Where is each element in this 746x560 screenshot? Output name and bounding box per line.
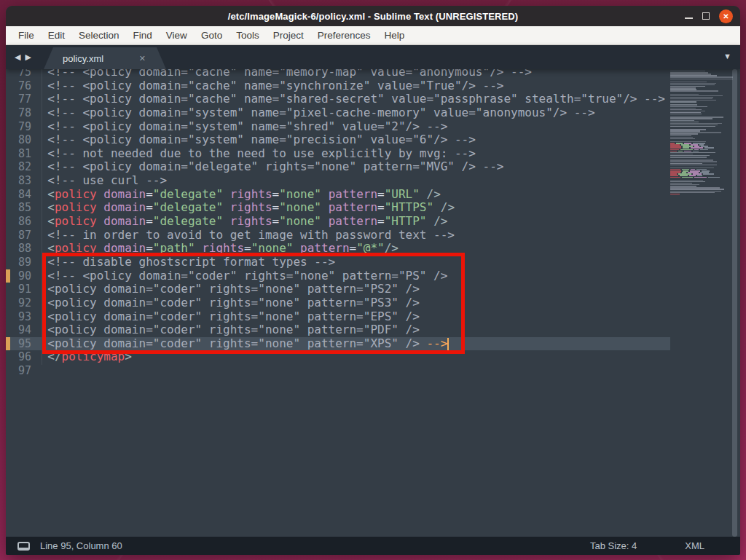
- menu-view[interactable]: View: [166, 30, 187, 41]
- vertical-scrollbar[interactable]: [732, 69, 737, 537]
- line-number: 79: [6, 120, 31, 134]
- status-monitor-icon[interactable]: [17, 542, 30, 551]
- menu-bar: File Edit Selection Find View Goto Tools…: [6, 26, 740, 45]
- line-number: 91: [6, 283, 31, 296]
- menu-tools[interactable]: Tools: [236, 30, 259, 41]
- line-text: <!-- <policy domain="cache" name="memory…: [34, 69, 532, 79]
- line-number: 93: [6, 310, 31, 324]
- modified-line-marker: [6, 269, 10, 283]
- line-number: 87: [6, 229, 31, 242]
- code-line-81[interactable]: 81 <!-- not needed due to the need to us…: [6, 147, 740, 161]
- code-line-88[interactable]: 88 <policy domain="path" rights="none" p…: [6, 242, 740, 256]
- close-icon[interactable]: ✕: [719, 9, 733, 23]
- code-line-78[interactable]: 78 <!-- <policy domain="system" name="pi…: [6, 106, 740, 120]
- line-text: <!-- <policy domain="system" name="preci…: [34, 133, 476, 147]
- code-line-95[interactable]: 95 <policy domain="coder" rights="none" …: [6, 337, 740, 351]
- code-line-83[interactable]: 83 <!-- use curl -->: [6, 174, 740, 188]
- line-number: 76: [6, 79, 31, 93]
- line-number: 80: [6, 133, 31, 147]
- code-line-82[interactable]: 82 <!-- <policy domain="delegate" rights…: [6, 160, 740, 174]
- code-line-92[interactable]: 92 <policy domain="coder" rights="none" …: [6, 296, 740, 310]
- tab-dropdown-icon[interactable]: ▼: [723, 52, 731, 60]
- line-text: <policy domain="delegate" rights="none" …: [34, 188, 441, 202]
- line-number: 82: [6, 160, 31, 174]
- status-syntax[interactable]: XML: [685, 540, 704, 551]
- line-text: <!-- use curl -->: [34, 174, 167, 188]
- line-number: 75: [6, 69, 31, 79]
- editor-pane[interactable]: 75 <!-- <policy domain="cache" name="mem…: [6, 69, 740, 537]
- menu-preferences[interactable]: Preferences: [318, 30, 371, 41]
- code-line-97[interactable]: 97: [6, 364, 740, 378]
- desktop-background: /etc/ImageMagick-6/policy.xml - Sublime …: [0, 0, 746, 560]
- menu-find[interactable]: Find: [133, 30, 152, 41]
- code-line-90[interactable]: 90 <!-- <policy domain="coder" rights="n…: [6, 269, 740, 283]
- line-number: 97: [6, 364, 31, 378]
- line-number: 77: [6, 92, 31, 106]
- line-number: 96: [6, 350, 31, 364]
- line-number: 85: [6, 201, 31, 215]
- code-line-89[interactable]: 89 <!-- disable ghostscript format types…: [6, 256, 740, 269]
- line-text: <!-- not needed due to the need to use e…: [34, 147, 476, 161]
- code-line-77[interactable]: 77 <!-- <policy domain="cache" name="sha…: [6, 92, 740, 106]
- menu-goto[interactable]: Goto: [201, 30, 222, 41]
- line-number: 78: [6, 106, 31, 120]
- window-controls: ✕: [685, 9, 740, 23]
- line-text: <!-- <policy domain="cache" name="synchr…: [34, 79, 503, 93]
- code-line-87[interactable]: 87 <!-- in order to avoid to get image w…: [6, 229, 740, 242]
- line-text: <policy domain="coder" rights="none" pat…: [34, 337, 447, 351]
- tab-nav-right-icon[interactable]: ▶: [25, 52, 31, 62]
- menu-project[interactable]: Project: [273, 30, 304, 41]
- tab-close-icon[interactable]: ✕: [139, 54, 146, 63]
- tab-nav-left-icon[interactable]: ◀: [15, 52, 20, 62]
- menu-selection[interactable]: Selection: [79, 30, 119, 41]
- status-right-group: Tab Size: 4 XML: [590, 540, 740, 551]
- code-line-75[interactable]: 75 <!-- <policy domain="cache" name="mem…: [6, 69, 740, 79]
- code-area[interactable]: 75 <!-- <policy domain="cache" name="mem…: [6, 69, 740, 378]
- line-number: 83: [6, 174, 31, 188]
- minimize-icon[interactable]: [685, 17, 693, 19]
- line-text: <policy domain="path" rights="none" patt…: [34, 242, 398, 256]
- code-line-76[interactable]: 76 <!-- <policy domain="cache" name="syn…: [6, 79, 740, 93]
- menu-file[interactable]: File: [18, 30, 34, 41]
- status-bar: Line 95, Column 60 Tab Size: 4 XML: [6, 537, 740, 555]
- tab-policy-xml[interactable]: policy.xml ✕: [44, 47, 166, 69]
- line-number: 92: [6, 296, 31, 310]
- line-text: <policy domain="coder" rights="none" pat…: [34, 296, 420, 310]
- line-text: <!-- <policy domain="cache" name="shared…: [34, 92, 665, 106]
- code-line-80[interactable]: 80 <!-- <policy domain="system" name="pr…: [6, 133, 740, 147]
- code-line-84[interactable]: 84 <policy domain="delegate" rights="non…: [6, 188, 740, 202]
- line-text: <policy domain="delegate" rights="none" …: [34, 215, 447, 229]
- code-line-86[interactable]: 86 <policy domain="delegate" rights="non…: [6, 215, 740, 229]
- code-line-94[interactable]: 94 <policy domain="coder" rights="none" …: [6, 323, 740, 337]
- line-text: <!-- <policy domain="coder" rights="none…: [34, 269, 447, 283]
- line-text: <policy domain="coder" rights="none" pat…: [34, 283, 420, 296]
- line-text: <!-- <policy domain="delegate" rights="n…: [34, 160, 503, 174]
- line-text: <policy domain="coder" rights="none" pat…: [34, 323, 420, 337]
- code-line-91[interactable]: 91 <policy domain="coder" rights="none" …: [6, 283, 740, 296]
- menu-edit[interactable]: Edit: [48, 30, 65, 41]
- code-line-85[interactable]: 85 <policy domain="delegate" rights="non…: [6, 201, 740, 215]
- modified-line-marker: [6, 337, 10, 351]
- tab-label: policy.xml: [63, 53, 103, 64]
- status-tab-size[interactable]: Tab Size: 4: [590, 540, 637, 551]
- code-line-96[interactable]: 96 </policymap>: [6, 350, 740, 364]
- line-text: <policy domain="coder" rights="none" pat…: [34, 310, 420, 324]
- line-number: 84: [6, 188, 31, 202]
- line-number: 94: [6, 323, 31, 337]
- code-line-93[interactable]: 93 <policy domain="coder" rights="none" …: [6, 310, 740, 324]
- code-line-79[interactable]: 79 <!-- <policy domain="system" name="sh…: [6, 120, 740, 134]
- menu-help[interactable]: Help: [385, 30, 405, 41]
- line-text: <!-- in order to avoid to get image with…: [34, 229, 455, 242]
- title-bar[interactable]: /etc/ImageMagick-6/policy.xml - Sublime …: [6, 6, 740, 26]
- minimap[interactable]: [670, 71, 733, 195]
- line-number: 89: [6, 256, 31, 269]
- line-text: </policymap>: [34, 350, 132, 364]
- tab-nav-arrows: ◀ ▶: [15, 52, 31, 62]
- text-caret: [447, 338, 449, 350]
- status-line-column: Line 95, Column 60: [40, 540, 122, 551]
- tab-bar: ◀ ▶ policy.xml ✕ ▼: [6, 45, 740, 69]
- line-text: <!-- <policy domain="system" name="pixel…: [34, 106, 595, 120]
- sublime-window: /etc/ImageMagick-6/policy.xml - Sublime …: [6, 6, 740, 555]
- maximize-icon[interactable]: [702, 12, 710, 20]
- line-number: 81: [6, 147, 31, 161]
